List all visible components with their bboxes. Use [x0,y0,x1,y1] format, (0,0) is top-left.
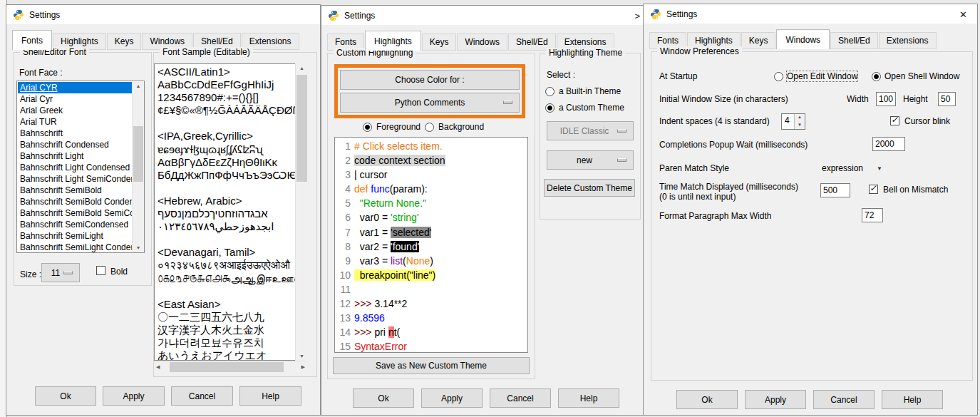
help-button[interactable]: Help [558,388,619,408]
scroll-thumb[interactable] [296,75,307,182]
background-label[interactable]: Background [438,122,484,132]
ok-button[interactable]: Ok [676,390,738,409]
code-line[interactable]: 10 breakpoint("line") [336,268,527,282]
spinner-arrows[interactable]: ▲▼ [794,114,805,129]
code-line[interactable]: 4def func(param): [336,182,527,196]
font-list-item[interactable]: Arial Cyr [18,93,132,105]
indent-spinner[interactable]: 4 ▲▼ [781,113,805,130]
font-list-item[interactable]: Bahnschrift Light [18,150,132,162]
font-list-item[interactable]: Bahnschrift SemiLight [18,230,132,242]
open-edit-window-label[interactable]: Open Edit Window [787,71,857,81]
code-line[interactable]: 12>>> 3.14**2 [336,297,527,311]
code-segment-definition[interactable]: func [371,183,389,195]
code-line[interactable]: 5 "Return None." [336,196,527,210]
completions-input[interactable] [872,137,905,151]
tab-highlights[interactable]: Highlights [365,31,421,51]
height-input[interactable] [938,92,956,106]
code-segment-plain[interactable]: (param): [390,183,428,195]
custom-theme-label[interactable]: a Custom Theme [559,103,624,113]
custom-theme-dropdown[interactable]: new [547,150,634,170]
code-segment-keyword[interactable]: None [406,255,430,267]
code-segment-plain[interactable]: var3 = [354,255,391,267]
font-sample-text[interactable]: <ASCII/Latin1> AaBbCcDdEeFfGgHhIiJj 1234… [154,63,296,361]
code-line[interactable]: 11 [336,282,527,297]
code-line[interactable]: 3| cursor [336,168,527,182]
code-segment-string[interactable]: "Return None." [360,197,426,209]
scroll-down-icon[interactable]: ▼ [133,245,144,250]
code-line[interactable]: 2code context section [336,153,527,168]
delete-theme-button[interactable]: Delete Custom Theme [544,179,635,197]
code-segment-string[interactable]: 'string' [391,212,419,223]
font-list-item[interactable]: Bahnschrift SemiCondensed [18,219,132,230]
code-segment-console[interactable]: >>> [354,326,372,338]
bell-checkbox[interactable]: ✓ [869,185,878,194]
font-list-item[interactable]: Arial TUR [18,116,132,128]
close-icon[interactable]: ✕ [959,9,967,20]
code-segment-console[interactable]: >>> [354,298,372,309]
font-list-scrollbar[interactable]: ▲ ▼ [132,82,144,252]
time-match-input[interactable] [820,183,850,197]
bold-label[interactable]: Bold [110,267,128,277]
code-segment-plain[interactable]: | cursor [354,169,387,180]
builtin-theme-label[interactable]: a Built-in Theme [559,86,621,96]
tab-shelled[interactable]: Shell/Ed [830,32,878,49]
tab-extensions[interactable]: Extensions [879,32,937,49]
code-segment-comment[interactable]: # Click selects item. [354,140,443,152]
cancel-button[interactable]: Cancel [813,390,875,409]
code-segment-builtin[interactable]: list [391,255,403,267]
code-segment-plain[interactable]: var0 = [354,212,391,223]
help-button[interactable]: Help [239,386,301,406]
code-line[interactable]: 14>>> pri nt( [336,325,527,339]
open-shell-window-radio[interactable] [872,72,881,81]
save-theme-button[interactable]: Save as New Custom Theme [333,357,530,374]
paren-match-select[interactable]: expression [822,163,863,173]
ok-button[interactable]: Ok [353,388,414,408]
highlight-sample[interactable]: 1# Click selects item.2code context sect… [334,137,528,353]
code-line[interactable]: 1# Click selects item. [336,139,527,153]
scroll-up-icon[interactable]: ▲ [133,83,144,88]
open-edit-window-radio[interactable] [774,72,783,81]
code-line[interactable]: 9 var3 = list(None) [336,254,527,268]
font-list-item[interactable]: Bahnschrift Light SemiCondensed [18,173,132,185]
scroll-thumb[interactable] [170,362,284,372]
combo-arrow-icon[interactable]: ▼ [877,165,882,172]
foreground-label[interactable]: Foreground [376,122,421,132]
highlight-target-dropdown[interactable]: Python Comments [340,93,520,113]
builtin-theme-dropdown[interactable]: IDLE Classic [547,121,634,140]
titlebar[interactable]: Settings > [321,6,643,25]
tab-windows[interactable]: Windows [776,29,830,49]
font-list-item[interactable]: Bahnschrift SemiBold SemiCondensed [18,207,132,219]
cursor-blink-label[interactable]: Cursor blink [904,116,950,126]
font-list-item[interactable]: Bahnschrift SemiBold [18,185,132,196]
open-shell-window-label[interactable]: Open Shell Window [884,71,959,81]
custom-theme-radio[interactable] [545,103,555,113]
cancel-button[interactable]: Cancel [171,386,233,406]
font-size-dropdown[interactable]: 11 [41,263,80,282]
code-line[interactable]: 15SyntaxError [336,339,527,353]
font-list-item[interactable]: Bahnschrift Condensed [18,139,132,150]
scroll-left-icon[interactable]: ◀ [156,364,160,370]
scroll-right-icon[interactable]: ▶ [301,364,305,370]
bold-checkbox[interactable] [96,266,105,275]
format-width-input[interactable] [862,208,883,222]
code-line[interactable]: 6 var0 = 'string' [336,210,527,225]
scroll-up-icon[interactable]: ▲ [296,66,308,71]
font-list-item[interactable]: Bahnschrift [18,128,132,139]
cancel-button[interactable]: Cancel [490,388,551,408]
code-segment-plain[interactable]: ) [430,255,433,267]
code-segment-plain[interactable]: var1 = [354,227,391,238]
code-segment-plain[interactable]: t( [394,326,401,338]
bell-label[interactable]: Bell on Mismatch [883,185,948,195]
sample-vscrollbar[interactable]: ▲ ▼ [295,63,308,361]
apply-button[interactable]: Apply [421,388,483,408]
tab-keys[interactable]: Keys [107,33,142,50]
background-radio[interactable] [425,123,434,132]
apply-button[interactable]: Apply [103,386,165,406]
code-segment-stderr[interactable]: SyntaxError [354,341,407,352]
foreground-radio[interactable] [363,123,372,132]
cursor-blink-checkbox[interactable]: ✓ [890,116,899,125]
ok-button[interactable]: Ok [35,386,96,406]
width-input[interactable] [876,92,896,106]
code-segment-breakpoint[interactable]: breakpoint("line") [354,269,435,281]
spin-down-icon[interactable]: ▼ [795,122,805,130]
